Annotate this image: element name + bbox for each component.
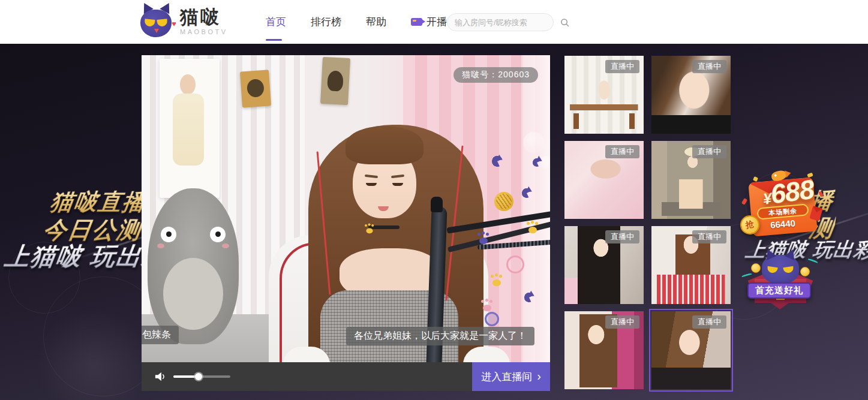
nav-item-broadcast[interactable]: 开播 xyxy=(411,15,447,29)
cat-logo-icon: ♥ xyxy=(139,5,174,38)
brand-title: 猫啵 xyxy=(180,8,228,27)
video-player[interactable]: 猫啵号：200603 包辣条 各位兄弟姐妹，以后大家就是一家人了！ 进入直播间 … xyxy=(142,55,550,391)
bubble-doodle xyxy=(523,132,545,154)
chat-message: 包辣条 xyxy=(142,326,179,344)
active-tab-underline xyxy=(266,39,282,41)
wall-poster xyxy=(160,59,220,198)
volume-slider[interactable] xyxy=(173,375,230,378)
camera-icon xyxy=(411,18,422,26)
heart-icon: ♥ xyxy=(172,19,176,28)
main-nav: 首页 排行榜 帮助 开播 xyxy=(266,0,447,44)
cat-face-doodle-icon xyxy=(506,255,524,273)
live-thumbnail-6[interactable]: 直播中 xyxy=(651,226,731,304)
live-thumbnail-grid: 直播中 直播中 直播中 直播中 直播中 直播中 直播中 直播中 xyxy=(564,56,731,389)
live-badge: 直播中 xyxy=(605,230,639,243)
live-thumbnail-7[interactable]: 直播中 xyxy=(564,311,644,389)
coin-icon xyxy=(800,267,810,276)
nav-item-help[interactable]: 帮助 xyxy=(366,15,386,29)
player-controls: 进入直播间 › xyxy=(142,362,550,391)
enter-room-label: 进入直播间 xyxy=(481,370,532,384)
live-badge: 直播中 xyxy=(605,145,639,158)
squiggle-decor xyxy=(741,273,753,279)
promo-line-right: 上猫啵 玩出彩 xyxy=(744,237,868,264)
brand-logo[interactable]: ♥ 猫啵 MAOBOTV xyxy=(139,5,228,38)
yarn-ball-icon xyxy=(494,192,513,211)
nav-item-home[interactable]: 首页 xyxy=(266,15,286,29)
live-badge: 直播中 xyxy=(605,60,639,73)
live-thumbnail-3[interactable]: 直播中 xyxy=(564,141,644,219)
main-stage: 猫啵直播 今日公测 上猫啵 玩出彩 播 测 上猫啵 玩出彩 xyxy=(0,44,868,400)
cat-face-doodle-icon xyxy=(485,312,499,326)
live-thumbnail-2[interactable]: 直播中 xyxy=(651,56,731,134)
nav-label: 开播 xyxy=(427,15,447,29)
choker xyxy=(368,225,400,229)
live-badge: 直播中 xyxy=(605,315,639,329)
wall-decor xyxy=(240,70,271,107)
totoro-plush xyxy=(148,188,239,344)
volume-icon[interactable] xyxy=(154,371,167,383)
volume-thumb[interactable] xyxy=(195,373,202,380)
promo-line-1: 猫啵直播 xyxy=(48,187,148,218)
search-icon[interactable] xyxy=(560,18,569,27)
search-box[interactable] xyxy=(447,13,554,31)
room-id-badge: 猫啵号：200603 xyxy=(453,67,538,83)
live-thumbnail-1[interactable]: 直播中 xyxy=(564,56,644,134)
confetti xyxy=(741,198,747,205)
live-thumbnail-5[interactable]: 直播中 xyxy=(564,226,644,304)
chat-message: 各位兄弟姐妹，以后大家就是一家人了！ xyxy=(346,327,534,345)
wall-decor xyxy=(320,57,350,105)
enter-room-button[interactable]: 进入直播间 › xyxy=(472,362,550,391)
live-thumbnail-8[interactable]: 直播中 xyxy=(651,311,731,389)
streamer-fringe xyxy=(346,126,424,164)
live-badge: 直播中 xyxy=(692,230,726,243)
nav-label: 帮助 xyxy=(366,15,386,29)
gift-box-bottom xyxy=(767,300,793,309)
coin-icon xyxy=(751,263,761,273)
nav-label: 首页 xyxy=(266,15,286,29)
live-badge: 直播中 xyxy=(692,145,726,158)
top-header: ♥ 猫啵 MAOBOTV 首页 排行榜 帮助 开播 xyxy=(0,0,868,44)
live-thumbnail-4[interactable]: 直播中 xyxy=(651,141,731,219)
live-badge: 直播中 xyxy=(692,60,726,73)
first-charge-badge[interactable]: 首充送好礼 xyxy=(747,282,811,299)
chevron-right-icon: › xyxy=(537,370,541,382)
brand-subtitle: MAOBOTV xyxy=(180,28,228,35)
nav-item-ranking[interactable]: 排行榜 xyxy=(311,15,341,29)
search-input[interactable] xyxy=(455,18,560,27)
bokeh-glow xyxy=(36,308,150,400)
live-badge: 直播中 xyxy=(692,315,726,329)
nav-label: 排行榜 xyxy=(311,15,341,29)
